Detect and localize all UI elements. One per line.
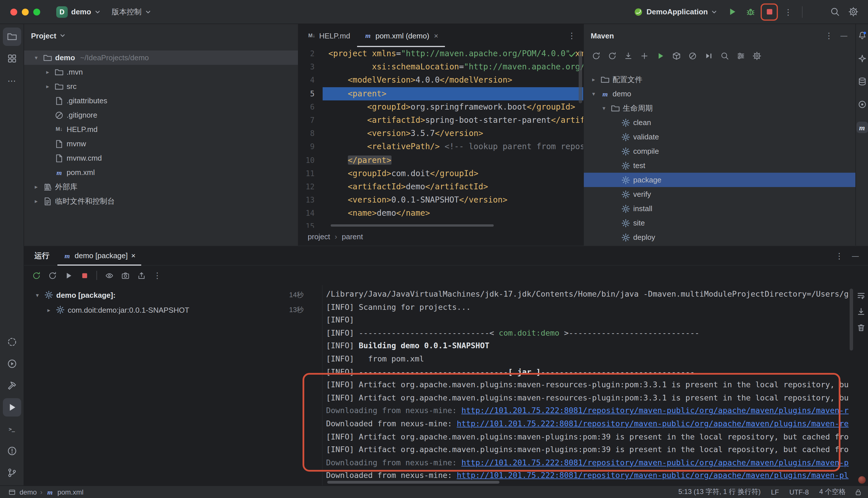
chevron-right-icon[interactable]: ▸ xyxy=(44,83,52,90)
chevron-down-icon[interactable]: ▾ xyxy=(33,292,41,298)
editor-horizontal-scrollbar[interactable] xyxy=(331,224,494,227)
run-tab[interactable]: m demo [package] × xyxy=(57,246,141,265)
inspections-widget[interactable] xyxy=(568,50,577,59)
console-link[interactable]: http://101.201.75.222:8081/repository/ma… xyxy=(457,471,848,480)
editor-vertical-scrollbar[interactable] xyxy=(579,51,582,103)
screenshot-button[interactable] xyxy=(118,268,133,282)
execute-goal-button[interactable] xyxy=(653,49,668,63)
maven-tree-item-deploy[interactable]: deploy xyxy=(584,230,855,245)
stripe-button-endpoints[interactable] xyxy=(856,99,868,110)
debug-button[interactable] xyxy=(742,4,759,20)
resume-button[interactable] xyxy=(61,268,76,282)
project-panel-header[interactable]: Project xyxy=(24,24,298,47)
maven-tree-item-validate[interactable]: validate xyxy=(584,130,855,144)
more-actions-button[interactable]: ⋮ xyxy=(780,4,796,20)
statusbar-item-5-13-13-字符-1-行-换行符[interactable]: 5:13 (13 字符, 1 行 换行符) xyxy=(673,487,766,497)
stripe-button-notifications[interactable] xyxy=(856,30,868,41)
console-vertical-scrollbar[interactable] xyxy=(850,289,853,351)
kebab-icon[interactable]: ⋮ xyxy=(824,31,833,40)
scroll-to-end-button[interactable] xyxy=(856,307,866,318)
breadcrumb-item-parent[interactable]: parent xyxy=(342,232,363,241)
chevron-right-icon[interactable]: ▸ xyxy=(45,307,53,313)
minimize-icon[interactable]: — xyxy=(851,251,860,260)
rerun-button[interactable] xyxy=(29,268,44,282)
kebab-icon[interactable]: ⋮ xyxy=(835,251,844,260)
filter-button[interactable] xyxy=(733,49,748,63)
console-link[interactable]: http://101.201.75.222:8081/repository/ma… xyxy=(461,458,848,467)
chevron-down-icon[interactable]: ▾ xyxy=(600,105,608,111)
settings-button[interactable] xyxy=(845,4,861,20)
toggle-offline-button[interactable] xyxy=(685,49,700,63)
maven-tree-item-clean[interactable]: clean xyxy=(584,115,855,130)
download-sources-button[interactable] xyxy=(621,49,635,63)
minimize-window-button[interactable] xyxy=(22,8,29,15)
chevron-right-icon[interactable]: ▸ xyxy=(32,184,40,190)
tab-help-md[interactable]: M↓HELP.md xyxy=(301,24,357,47)
stripe-button-maven[interactable]: m xyxy=(856,122,868,133)
run-configuration-selector[interactable]: DemoApplication xyxy=(629,5,722,19)
skip-tests-button[interactable] xyxy=(701,49,716,63)
project-tree-item-gitignore[interactable]: .gitignore xyxy=(24,108,298,122)
stripe-button-todo[interactable] xyxy=(3,333,21,351)
project-tree-item-src[interactable]: ▸src xyxy=(24,79,298,93)
vcs-widget[interactable]: 版本控制 xyxy=(107,4,155,19)
soft-wrap-button[interactable] xyxy=(856,291,866,302)
project-tree-item-gitattributes[interactable]: .gitattributes xyxy=(24,93,298,108)
export-button[interactable] xyxy=(134,268,149,282)
rerun-failed-button[interactable] xyxy=(45,268,60,282)
code-with-me-button[interactable] xyxy=(808,4,824,20)
maven-tree-item-配置文件[interactable]: ▸配置文件 xyxy=(584,72,855,87)
project-selector[interactable]: D demo xyxy=(52,4,105,20)
maven-tree-item-compile[interactable]: compile xyxy=(584,144,855,158)
editor-tab-options-button[interactable]: ⋮ xyxy=(560,24,583,47)
console-horizontal-scrollbar[interactable] xyxy=(327,481,500,484)
project-tree-item-临时文件和控制台[interactable]: ▸临时文件和控制台 xyxy=(24,194,298,208)
stripe-button-problems[interactable] xyxy=(3,442,21,460)
stripe-button-project[interactable] xyxy=(3,28,21,46)
maven-tree-item-demo[interactable]: ▾mdemo xyxy=(584,87,855,101)
reload-projects-button[interactable] xyxy=(605,49,619,63)
project-tree-item-mvnw-cmd[interactable]: mvnw.cmd xyxy=(24,151,298,165)
code-editor[interactable]: 2<project xmlns="http://maven.apache.org… xyxy=(299,47,583,228)
maven-tree-item-site[interactable]: site xyxy=(584,216,855,230)
clear-button[interactable] xyxy=(856,323,866,334)
chevron-right-icon[interactable]: ▸ xyxy=(590,76,598,83)
project-tree-item-help-md[interactable]: M↓HELP.md xyxy=(24,122,298,136)
stripe-button-more[interactable]: ⋯ xyxy=(3,71,21,90)
more-button[interactable]: ⋮ xyxy=(150,268,165,282)
tab-pom-xml-demo[interactable]: mpom.xml (demo)× xyxy=(357,24,445,47)
build-all-button[interactable] xyxy=(669,49,684,63)
sync-button[interactable] xyxy=(588,49,603,63)
breadcrumb-item-project[interactable]: project xyxy=(308,232,330,241)
stripe-button-version-control[interactable] xyxy=(3,463,21,482)
statusbar-crumb-pom-xml[interactable]: pom.xml xyxy=(57,488,83,496)
fullscreen-window-button[interactable] xyxy=(33,8,40,15)
console-output[interactable]: /Library/Java/JavaVirtualMachines/jdk-17… xyxy=(323,285,868,485)
console-link[interactable]: http://101.201.75.222:8081/repository/ma… xyxy=(457,419,848,428)
console-link[interactable]: http://101.201.75.222:8081/repository/ma… xyxy=(461,406,848,415)
close-icon[interactable]: × xyxy=(434,31,438,40)
search-everywhere-button[interactable] xyxy=(827,4,843,20)
add-maven-project-button[interactable] xyxy=(637,49,651,63)
run-tree-item-com-doit-demo-jar-0-0-1-snapshot[interactable]: ▸com.doit:demo:jar:0.0.1-SNAPSHOT13秒 xyxy=(24,302,322,317)
chevron-down-icon[interactable]: ▾ xyxy=(32,54,40,61)
project-tree-item-pom-xml[interactable]: mpom.xml xyxy=(24,165,298,180)
chevron-right-icon[interactable]: ▸ xyxy=(44,69,52,75)
run-button[interactable] xyxy=(724,4,740,20)
stop-button[interactable] xyxy=(77,268,92,282)
statusbar-crumb-demo[interactable]: demo xyxy=(20,488,37,496)
project-tree-item-mvn[interactable]: ▸.mvn xyxy=(24,65,298,79)
close-icon[interactable]: × xyxy=(131,251,135,260)
stop-button[interactable] xyxy=(762,5,776,19)
stripe-button-terminal[interactable]: >_ xyxy=(3,420,21,438)
project-tree-item-demo[interactable]: ▾demo~/IdeaProjects/demo xyxy=(24,51,298,65)
maven-tree-item-package[interactable]: package xyxy=(584,173,855,187)
maven-tree-item-test[interactable]: test xyxy=(584,158,855,173)
project-tree-item-mvnw[interactable]: mvnw xyxy=(24,136,298,151)
project-tree-item-外部库[interactable]: ▸外部库 xyxy=(24,180,298,194)
lock-icon[interactable] xyxy=(854,488,862,496)
minimize-icon[interactable]: — xyxy=(839,31,848,40)
statusbar-item-utf-8[interactable]: UTF-8 xyxy=(784,488,814,496)
chevron-down-icon[interactable]: ▾ xyxy=(590,91,598,97)
stripe-button-run[interactable] xyxy=(3,398,21,417)
